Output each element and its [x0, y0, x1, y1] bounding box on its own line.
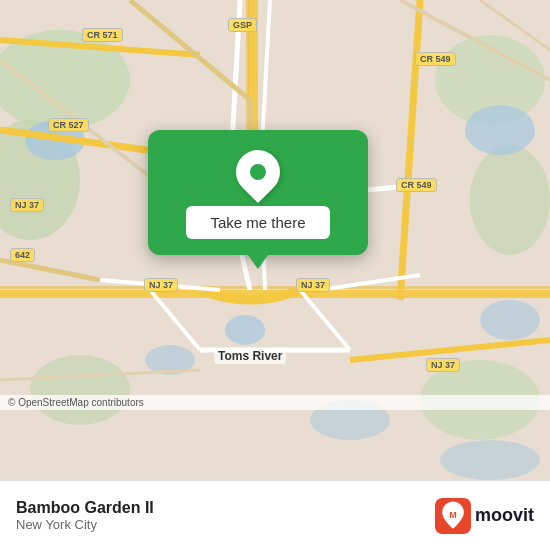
- road-label-nj37-far: NJ 37: [426, 358, 460, 372]
- road-label-cr549-top: CR 549: [415, 52, 456, 66]
- svg-point-9: [480, 300, 540, 340]
- location-pin: [227, 141, 289, 203]
- bottom-bar: Bamboo Garden II New York City M moovit: [0, 480, 550, 550]
- road-label-toms-river: Toms River: [214, 348, 286, 364]
- location-city: New York City: [16, 517, 154, 532]
- svg-point-13: [440, 440, 540, 480]
- road-label-cr571: CR 571: [82, 28, 123, 42]
- location-info: Bamboo Garden II New York City: [16, 499, 154, 532]
- map-attribution: © OpenStreetMap contributors: [0, 395, 550, 410]
- road-label-cr527: CR 527: [48, 118, 89, 132]
- location-name: Bamboo Garden II: [16, 499, 154, 517]
- road-label-642: 642: [10, 248, 35, 262]
- svg-point-8: [465, 105, 535, 155]
- map-container: CR 571 GSP CR 549 CR 527 NJ 37 CR 549 NJ…: [0, 0, 550, 480]
- moovit-logo: M moovit: [435, 498, 534, 534]
- road-label-nj37-mid: NJ 37: [144, 278, 178, 292]
- road-label-nj37-left: NJ 37: [10, 198, 44, 212]
- popup-card: Take me there: [148, 130, 368, 255]
- svg-text:M: M: [449, 510, 457, 520]
- pin-inner: [250, 164, 266, 180]
- moovit-text: moovit: [475, 505, 534, 526]
- road-label-nj37-right: NJ 37: [296, 278, 330, 292]
- svg-point-6: [30, 355, 130, 425]
- take-me-there-button[interactable]: Take me there: [186, 206, 329, 239]
- svg-point-10: [225, 315, 265, 345]
- svg-rect-15: [0, 286, 550, 289]
- moovit-icon: M: [435, 498, 471, 534]
- road-label-gsp: GSP: [228, 18, 257, 32]
- svg-point-4: [470, 145, 550, 255]
- road-label-cr549-mid: CR 549: [396, 178, 437, 192]
